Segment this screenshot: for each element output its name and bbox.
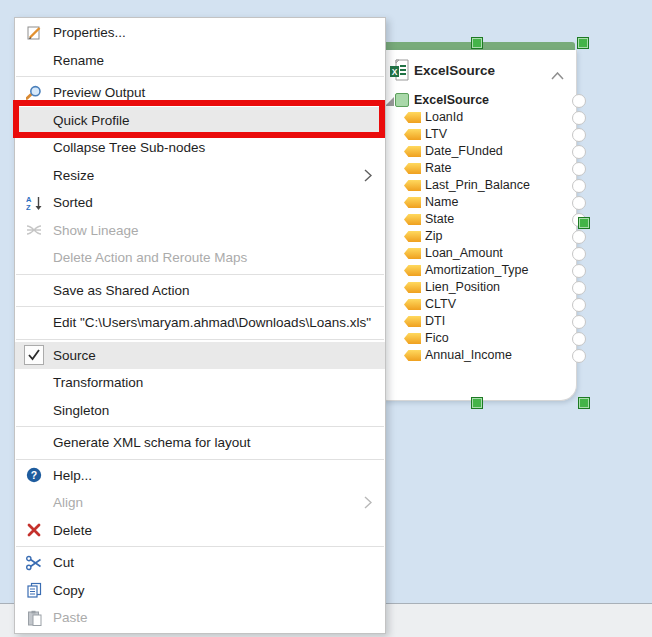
tree-field-row[interactable]: LTV [384,126,576,143]
tree-field-row[interactable]: State [384,211,576,228]
menu-separator [16,339,384,340]
connection-port[interactable] [572,349,586,363]
menu-item-delete[interactable]: Delete [15,517,385,545]
menu-item-label: Preview Output [53,85,145,100]
menu-item-singleton[interactable]: Singleton [15,397,385,425]
menu-item-label: Rename [53,53,104,68]
menu-item-delete-action-and-reroute-maps: Delete Action and Reroute Maps [15,244,385,272]
tree-field-row[interactable]: Amortization_Type [384,262,576,279]
tree-field-row[interactable]: Last_Prin_Balance [384,177,576,194]
field-tag-icon [404,299,421,310]
menu-item-label: Copy [53,583,85,598]
menu-item-preview-output[interactable]: Preview Output [15,79,385,107]
connection-port[interactable] [572,264,586,278]
menu-item-quick-profile[interactable]: Quick Profile [15,107,385,135]
tree-field-row[interactable]: Lien_Position [384,279,576,296]
collapse-chevron-icon[interactable] [551,66,564,84]
menu-item-label: Resize [53,168,94,183]
menu-item-label: Delete Action and Reroute Maps [53,250,247,265]
delete-x-icon [15,523,53,537]
menu-item-resize[interactable]: Resize [15,162,385,190]
field-label: Amortization_Type [425,263,529,277]
resize-handle-top-right[interactable] [577,37,589,49]
field-tag-icon [404,214,421,225]
menu-item-copy[interactable]: Copy [15,577,385,605]
menu-item-label: Edit "C:\Users\maryam.ahmad\Downloads\Lo… [53,315,371,330]
resize-handle-bottom-right[interactable] [578,397,590,409]
svg-text:?: ? [31,469,37,481]
tree-field-row[interactable]: Zip [384,228,576,245]
tree-field-row[interactable]: Fico [384,330,576,347]
tree-expander-icon[interactable] [385,97,394,106]
connection-port[interactable] [572,315,586,329]
node-header[interactable]: X ExcelSource [384,50,576,92]
connection-port[interactable] [572,162,586,176]
root-node-icon [395,93,409,107]
tree-field-row[interactable]: CLTV [384,296,576,313]
menu-item-label: Collapse Tree Sub-nodes [53,140,205,155]
tree-field-row[interactable]: Date_FUnded [384,143,576,160]
menu-item-label: Save as Shared Action [53,283,190,298]
field-tag-icon [404,248,421,259]
resize-handle-top-mid[interactable] [471,37,483,49]
scissors-icon [15,555,53,571]
tree-field-row[interactable]: LoanId [384,109,576,126]
connection-port[interactable] [572,196,586,210]
menu-item-label: Quick Profile [53,113,130,128]
excelsource-node[interactable]: X ExcelSource ExcelSourceLoanIdLTVDate_F… [383,50,577,401]
connection-port[interactable] [572,247,586,261]
field-tag-icon [404,231,421,242]
connection-port[interactable] [572,145,586,159]
checkmark-icon [15,345,53,365]
magnifier-icon [15,85,53,101]
menu-item-label: Paste [53,610,88,625]
field-tag-icon [404,163,421,174]
field-tag-icon [404,180,421,191]
menu-item-properties[interactable]: Properties... [15,19,385,47]
menu-item-rename[interactable]: Rename [15,47,385,75]
connection-port[interactable] [572,94,586,108]
node-title: ExcelSource [414,63,495,78]
field-tag-icon [404,146,421,157]
connection-port[interactable] [572,111,586,125]
connection-port[interactable] [572,281,586,295]
menu-item-show-lineage: Show Lineage [15,217,385,245]
menu-separator [16,546,384,547]
menu-separator [16,274,384,275]
connection-port[interactable] [572,128,586,142]
menu-item-generate-xml-schema[interactable]: Generate XML schema for layout [15,429,385,457]
connection-port[interactable] [572,332,586,346]
tree-field-row[interactable]: Rate [384,160,576,177]
tree-field-row[interactable]: Name [384,194,576,211]
menu-item-cut[interactable]: Cut [15,549,385,577]
sort-az-icon: AZ [15,195,53,211]
menu-item-label: Help... [53,468,92,483]
connection-port[interactable] [572,179,586,193]
menu-item-transformation[interactable]: Transformation [15,369,385,397]
field-label: LoanId [425,110,463,124]
menu-item-label: Singleton [53,403,109,418]
menu-item-sorted[interactable]: AZSorted [15,189,385,217]
menu-item-label: Generate XML schema for layout [53,435,251,450]
menu-item-source[interactable]: Source [15,342,385,370]
tree-field-row[interactable]: Annual_Income [384,347,576,364]
menu-separator [16,76,384,77]
connection-port[interactable] [572,230,586,244]
svg-text:X: X [392,67,398,77]
connection-port[interactable] [572,298,586,312]
resize-handle-bottom-mid[interactable] [471,397,483,409]
resize-handle-right-mid[interactable] [578,217,590,229]
menu-item-edit-file[interactable]: Edit "C:\Users\maryam.ahmad\Downloads\Lo… [15,309,385,337]
menu-item-collapse-tree-sub-nodes[interactable]: Collapse Tree Sub-nodes [15,134,385,162]
flow-canvas[interactable]: X ExcelSource ExcelSourceLoanIdLTVDate_F… [0,0,652,637]
tree-root-row[interactable]: ExcelSource [384,92,576,109]
field-label: Lien_Position [425,280,500,294]
copy-icon [15,582,53,598]
menu-item-help[interactable]: ?Help... [15,462,385,490]
tree-field-row[interactable]: DTI [384,313,576,330]
field-label: Name [425,195,458,209]
field-tag-icon [404,333,421,344]
tree-field-row[interactable]: Loan_Amount [384,245,576,262]
menu-item-save-as-shared-action[interactable]: Save as Shared Action [15,277,385,305]
menu-item-label: Align [53,495,83,510]
